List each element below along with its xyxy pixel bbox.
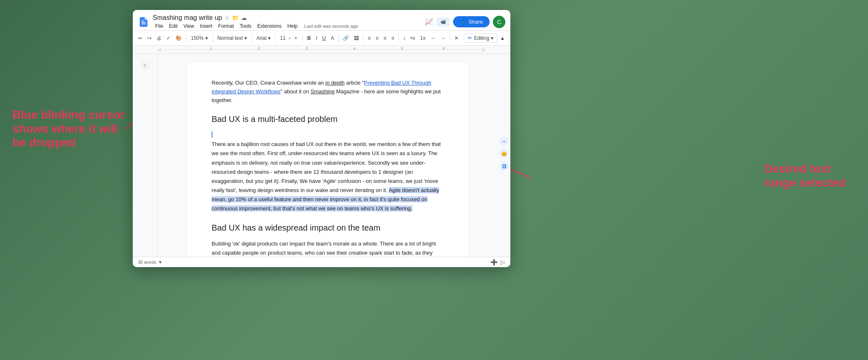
bottom-bar: 36 words ▼ ➕ ▷	[133, 257, 510, 267]
spellcheck-button[interactable]: ✓	[164, 34, 173, 42]
toolbar-sep-6	[338, 34, 339, 42]
menu-help[interactable]: Help	[285, 22, 300, 30]
image-button[interactable]: 🖼	[352, 34, 361, 42]
indent-increase-button[interactable]: →	[439, 34, 448, 42]
editing-label: Editing	[474, 35, 489, 41]
gdocs-window: Smashing mag write up ☆ 📁 ☁ File Edit Vi…	[133, 10, 510, 267]
font-value: Arial	[256, 35, 266, 41]
indent-decrease-button[interactable]: ←	[429, 34, 438, 42]
word-count[interactable]: 36 words ▼	[138, 260, 163, 265]
image-add-icon[interactable]: 🖼	[500, 162, 509, 171]
share-button[interactable]: 👤 Share	[453, 16, 490, 27]
zoom-chevron-icon: ▾	[205, 35, 208, 41]
add-comment-icon[interactable]: +	[500, 137, 509, 146]
title-bar: Smashing mag write up ☆ 📁 ☁ File Edit Vi…	[133, 10, 510, 31]
align-right-button[interactable]: ≡	[381, 34, 388, 42]
underline-button[interactable]: U	[320, 34, 328, 42]
doc-area: ☰ Recently, Our CEO, Ceara Crawshaw wrot…	[133, 54, 510, 257]
bullet-list-button[interactable]: •≡	[408, 34, 417, 42]
menu-file[interactable]: File	[153, 22, 166, 30]
font-size-dropdown[interactable]: 11 − +	[278, 34, 300, 42]
bold-button[interactable]: B	[305, 34, 313, 42]
document-title[interactable]: Smashing mag write up	[153, 14, 222, 22]
font-chevron-icon: ▾	[268, 35, 271, 41]
word-count-chevron-icon[interactable]: ▼	[158, 260, 163, 265]
menu-insert[interactable]: Insert	[197, 22, 215, 30]
toolbar-sep-1	[186, 34, 186, 42]
annotation-right: Desired text range selected	[764, 162, 856, 190]
menu-tools[interactable]: Tools	[237, 22, 254, 30]
doc-page[interactable]: Recently, Our CEO, Ceara Crawshaw wrote …	[158, 54, 498, 257]
title-icons: ☆ 📁 ☁	[224, 15, 247, 21]
bottom-add-icon[interactable]: ➕	[490, 259, 497, 265]
user-avatar[interactable]: C	[493, 16, 505, 28]
menu-bar: File Edit View Insert Format Tools Exten…	[153, 22, 358, 30]
folder-icon[interactable]: 📁	[232, 15, 239, 21]
number-list-button[interactable]: 1≡	[418, 34, 428, 42]
svg-marker-0	[144, 17, 147, 20]
zoom-value: 150%	[191, 35, 204, 41]
color-text-button[interactable]: A	[329, 34, 336, 42]
heading-1: Bad UX is a multi-faceted problem	[212, 114, 444, 124]
toolbar-sep-9	[450, 34, 450, 42]
title-bar-right: 📈 📹 👤 Share C	[425, 16, 505, 28]
left-panel: ☰	[133, 54, 158, 257]
emoji-icon[interactable]: 😊	[500, 149, 509, 158]
toolbar-sep-4	[275, 34, 276, 42]
share-icon: 👤	[460, 19, 466, 25]
toolbar-sep-8	[398, 34, 399, 42]
body-paragraph-2: Building 'ok' digital products can impac…	[212, 239, 444, 257]
ruler: ◁ 1 2 3 4 5 6 ▷	[133, 46, 510, 54]
editing-pencil-icon: ✏	[468, 35, 472, 41]
doc-title-row: Smashing mag write up ☆ 📁 ☁	[153, 14, 358, 22]
menu-edit[interactable]: Edit	[166, 22, 180, 30]
meet-icon[interactable]: 📹	[436, 17, 450, 27]
toolbar-sep-2	[212, 34, 213, 42]
editing-badge[interactable]: ✏ Editing ▾	[464, 33, 497, 43]
paint-format-button[interactable]: 🎨	[173, 34, 184, 42]
align-left-button[interactable]: ≡	[366, 34, 373, 42]
word-count-value: 36 words	[138, 260, 156, 265]
collapse-toolbar-button[interactable]: ▲	[498, 34, 507, 42]
last-edit-label: Last edit was seconds ago	[304, 24, 358, 29]
page-number-icon: ☰	[142, 62, 149, 69]
font-size-value: 11	[280, 35, 285, 41]
docs-app-icon	[138, 16, 149, 28]
font-size-decrease[interactable]: −	[287, 35, 292, 41]
heading-2: Bad UX has a widespread impact on the te…	[212, 223, 444, 233]
style-value: Normal text	[217, 35, 243, 41]
print-button[interactable]: 🖨	[154, 34, 163, 42]
toolbar: ↩ ↪ 🖨 ✓ 🎨 150% ▾ Normal text ▾ Arial ▾ 1…	[133, 31, 510, 46]
italic-button[interactable]: I	[314, 34, 319, 42]
cloud-icon[interactable]: ☁	[241, 15, 247, 21]
font-dropdown[interactable]: Arial ▾	[254, 34, 273, 42]
annotation-left: Blue blinking cursor shows where it will…	[12, 108, 129, 150]
style-chevron-icon: ▾	[244, 35, 247, 41]
toolbar-sep-3	[251, 34, 252, 42]
align-justify-button[interactable]: ≡	[389, 34, 396, 42]
bottom-right-icons: ➕ ▷	[490, 259, 505, 265]
menu-view[interactable]: View	[181, 22, 197, 30]
star-icon[interactable]: ☆	[224, 15, 230, 21]
clear-format-button[interactable]: ✕	[452, 34, 461, 42]
align-center-button[interactable]: ≡	[373, 34, 380, 42]
undo-button[interactable]: ↩	[136, 34, 144, 42]
title-bar-left: Smashing mag write up ☆ 📁 ☁ File Edit Vi…	[138, 14, 358, 30]
page-content: Recently, Our CEO, Ceara Crawshaw wrote …	[187, 62, 469, 257]
menu-extensions[interactable]: Extensions	[255, 22, 284, 30]
share-label: Share	[468, 19, 483, 25]
body-paragraph-1: There are a bajillion root causes of bad…	[212, 140, 444, 213]
menu-format[interactable]: Format	[216, 22, 237, 30]
toolbar-sep-5	[302, 34, 303, 42]
zoom-dropdown[interactable]: 150% ▾	[188, 34, 210, 42]
font-size-increase[interactable]: +	[293, 35, 298, 41]
style-dropdown[interactable]: Normal text ▾	[215, 34, 249, 42]
selected-text: Agile doesn't actually mean, go 10% of a…	[212, 187, 439, 212]
text-cursor	[212, 131, 212, 138]
line-spacing-button[interactable]: ↕	[401, 34, 407, 42]
bottom-collapse-icon[interactable]: ▷	[501, 259, 505, 265]
editing-chevron-icon: ▾	[491, 35, 493, 41]
link-button[interactable]: 🔗	[341, 34, 351, 42]
redo-button[interactable]: ↪	[145, 34, 154, 42]
analytics-icon[interactable]: 📈	[425, 18, 433, 26]
